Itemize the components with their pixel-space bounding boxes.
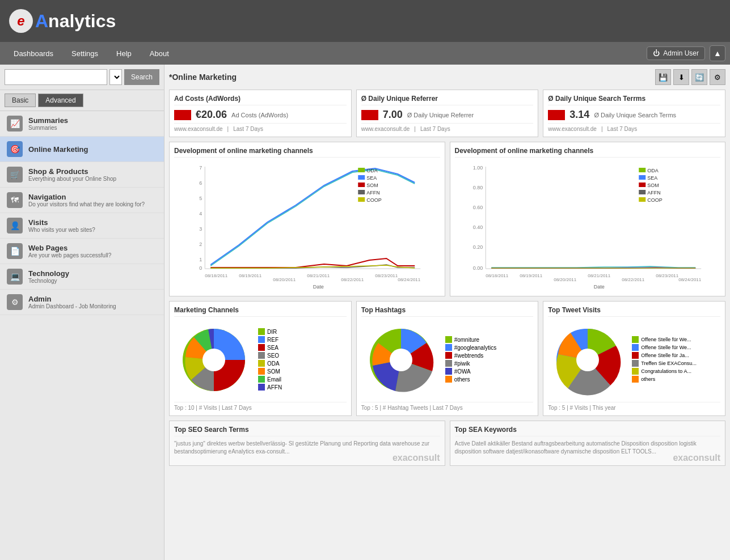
line-charts-row: Development of online marketing channels… [169, 142, 725, 296]
svg-rect-24 [358, 190, 365, 194]
pie-tweet: Top Tweet Visits Offene Stelle für We... [543, 301, 725, 416]
kpi-adwords-title: Ad Costs (AdWords) [174, 95, 347, 105]
svg-text:08/21/2011: 08/21/2011 [307, 273, 330, 278]
svg-rect-48 [639, 183, 645, 187]
nav-about[interactable]: About [141, 42, 178, 65]
power-button[interactable]: ⏻ Admin User [647, 46, 705, 60]
kpi-search-terms-label: Ø Daily Unique Search Terms [594, 112, 676, 118]
kpi-referrer-value: 7.00 [383, 109, 403, 121]
technology-subtitle: Technology [28, 278, 69, 284]
line-chart-1: Development of online marketing channels… [169, 142, 445, 296]
line-chart-2-svg: 1.00 0.80 0.60 0.40 0.20 0.00 08/18/2 [455, 161, 721, 291]
kpi-referrer-title: Ø Daily Unique Referrer [361, 95, 534, 105]
svg-text:08/20/2011: 08/20/2011 [554, 277, 577, 282]
kpi-row: Ad Costs (AdWords) €20.06 Ad Costs (AdWo… [169, 90, 725, 137]
navigation-subtitle: Do your visitors find what they are look… [28, 201, 145, 207]
svg-rect-46 [639, 175, 645, 180]
pie-hashtags-title: Top Hashtags [361, 306, 534, 317]
toolbar-settings[interactable]: ⚙ [710, 69, 725, 85]
technology-icon: 💻 [7, 269, 23, 285]
toolbar-refresh[interactable]: 🔄 [691, 69, 707, 85]
line-chart-2-title: Development of online marketing channels [455, 147, 721, 158]
tab-advanced[interactable]: Advanced [38, 94, 83, 107]
svg-rect-18 [358, 168, 365, 172]
summaries-title: Summaries [28, 116, 68, 125]
kpi-referrer-label: Ø Daily Unique Referrer [407, 112, 474, 118]
tab-basic[interactable]: Basic [5, 94, 36, 107]
svg-point-59 [576, 349, 599, 371]
technology-title: Technology [28, 269, 69, 278]
sidebar-item-summaries[interactable]: 📈 Summaries Summaries [0, 111, 164, 137]
svg-text:COOP: COOP [366, 197, 382, 203]
sidebar-item-admin[interactable]: ⚙ Admin Admin Dashboard - Job Monitoring [0, 290, 164, 315]
svg-point-55 [202, 349, 225, 371]
pie-marketing-footer: Top : 10 | # Visits | Last 7 Days [174, 402, 347, 411]
svg-text:Date: Date [593, 284, 604, 290]
svg-text:08/18/2011: 08/18/2011 [486, 273, 509, 278]
svg-text:0.40: 0.40 [472, 224, 483, 230]
svg-text:0.00: 0.00 [472, 265, 483, 271]
svg-text:3: 3 [199, 226, 202, 232]
pie-tweet-footer: Top : 5 | # Visits | This year [548, 402, 720, 411]
admin-title: Admin [28, 295, 116, 303]
search-input[interactable] [5, 69, 107, 85]
svg-text:Date: Date [313, 284, 324, 290]
pie-hashtags-legend: #omniture #googleanalytics #webtrends #p… [445, 336, 497, 384]
pie-hashtags: Top Hashtags #omniture #google [356, 301, 539, 416]
pie-tweet-legend: Offene Stelle für We... Offene Stelle fü… [632, 336, 697, 384]
kpi-search-terms: Ø Daily Unique Search Terrms 3.14 Ø Dail… [543, 90, 725, 137]
kpi-referrer: Ø Daily Unique Referrer 7.00 Ø Daily Uni… [356, 90, 539, 137]
line-chart-1-title: Development of online marketing channels [174, 147, 440, 158]
seo-card: Top SEO Search Terms "justus jung" direk… [169, 421, 445, 466]
shop-icon: 🛒 [7, 167, 23, 183]
summaries-icon: 📈 [7, 116, 23, 131]
svg-text:AFFN: AFFN [647, 190, 661, 196]
online-marketing-icon: 🎯 [7, 141, 23, 157]
svg-text:0.20: 0.20 [472, 244, 483, 250]
seo-sea-row: Top SEO Search Terms "justus jung" direk… [169, 421, 725, 466]
line-chart-1-area: 7 6 5 4 3 2 1 0 [174, 161, 440, 291]
nav-dashboards[interactable]: Dashboards [5, 42, 62, 65]
toolbar-save[interactable]: 💾 [655, 69, 671, 85]
kpi-search-terms-value: 3.14 [569, 109, 589, 121]
svg-text:6: 6 [199, 180, 202, 186]
svg-text:5: 5 [199, 196, 202, 201]
toolbar-download[interactable]: ⬇ [673, 69, 689, 85]
nav-settings[interactable]: Settings [62, 42, 107, 65]
search-button[interactable]: Search [124, 69, 159, 85]
svg-text:SOM: SOM [366, 183, 378, 188]
svg-text:1: 1 [199, 257, 202, 262]
sidebar-item-online-marketing[interactable]: 🎯 Online Marketing [0, 137, 164, 162]
pie-charts-row: Marketing Channels [169, 301, 725, 416]
svg-rect-20 [358, 175, 365, 180]
toolbar: 💾 ⬇ 🔄 ⚙ [655, 69, 725, 85]
svg-text:08/24/2011: 08/24/2011 [678, 277, 702, 282]
web-pages-subtitle: Are your web pages successfull? [28, 252, 111, 258]
kpi-adwords-bar [174, 110, 191, 120]
pie-hashtags-footer: Top : 5 | # Hashtag Tweets | Last 7 Days [361, 402, 534, 411]
search-select[interactable]: ▾ [109, 69, 122, 85]
nav-help[interactable]: Help [107, 42, 141, 65]
sidebar-item-technology[interactable]: 💻 Technology Technology [0, 264, 164, 290]
svg-point-57 [390, 349, 412, 371]
pie-marketing-title: Marketing Channels [174, 306, 347, 317]
navigation-icon: 🗺 [7, 192, 23, 208]
sidebar-item-shop-products[interactable]: 🛒 Shop & Products Everything about your … [0, 162, 164, 188]
sea-title: Top SEA Keywords [455, 426, 721, 436]
svg-text:08/24/2011: 08/24/2011 [398, 277, 421, 282]
sidebar-item-navigation[interactable]: 🗺 Navigation Do your visitors find what … [0, 188, 164, 213]
kpi-adwords-footer: www.exaconsult.de | Last 7 Days [174, 123, 347, 132]
svg-text:SEA: SEA [647, 175, 657, 181]
pie-marketing: Marketing Channels [169, 301, 352, 416]
logo-icon: e [9, 9, 33, 33]
web-pages-title: Web Pages [28, 244, 111, 252]
search-bar: ▾ Search [0, 65, 164, 90]
svg-text:0.80: 0.80 [472, 185, 483, 190]
svg-text:AFFN: AFFN [366, 190, 380, 196]
sidebar-item-web-pages[interactable]: 📄 Web Pages Are your web pages successfu… [0, 239, 164, 264]
svg-rect-52 [639, 197, 645, 202]
sidebar-item-visits[interactable]: 👤 Visits Who visits your web sites? [0, 213, 164, 239]
svg-text:COOP: COOP [647, 197, 663, 203]
svg-text:1.00: 1.00 [472, 165, 483, 171]
collapse-button[interactable]: ▲ [710, 45, 725, 61]
